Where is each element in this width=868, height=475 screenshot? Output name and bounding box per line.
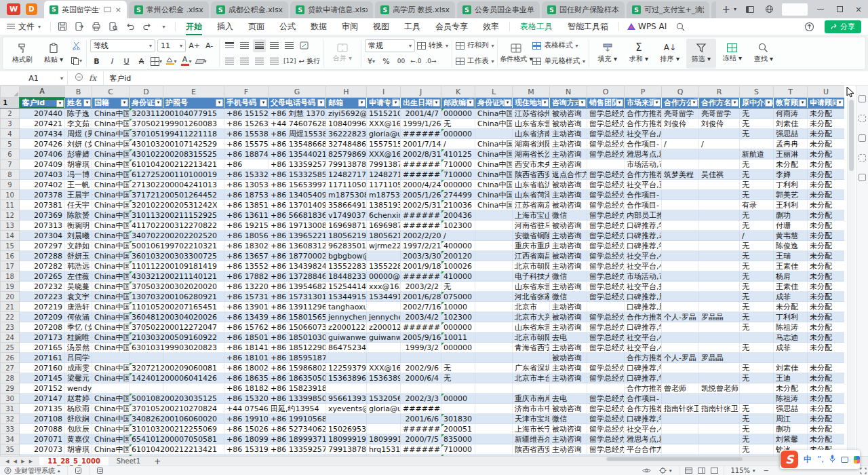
sidebar-tool-icon[interactable] — [859, 154, 866, 162]
cell-U14[interactable]: 未分配 — [808, 231, 845, 241]
cell-A30[interactable]: 207147 — [20, 394, 65, 404]
cell-H14[interactable]: 180562195 — [326, 231, 367, 241]
selection-target-icon[interactable]: ▾ — [655, 467, 676, 474]
cell-H11[interactable]: 358664913 — [326, 200, 367, 210]
name-box[interactable]: A1 ▾ — [0, 71, 68, 86]
header-cell-B1[interactable]: 姓名▾ — [65, 98, 92, 109]
cell-H34[interactable]: 180999191 — [326, 434, 367, 444]
cell-F27[interactable]: +86 18002510 — [224, 363, 269, 373]
cell-M7[interactable]: 西安市未央 — [513, 159, 550, 170]
align-right-icon[interactable] — [253, 55, 266, 68]
cell-R26[interactable]: 罗晶晶 — [699, 353, 740, 363]
cell-G15[interactable]: +86 1360831276 — [269, 241, 326, 251]
print-icon[interactable] — [87, 20, 104, 33]
cell-F18[interactable]: +86 17882007 — [224, 271, 269, 282]
cell-S32[interactable]: 无 — [740, 414, 774, 424]
header-cell-F1[interactable]: 手机号码▾ — [224, 98, 269, 109]
cell-P3[interactable]: 合作方推荐 — [625, 119, 662, 129]
cell-F24[interactable]: +86 18501030 — [224, 332, 269, 343]
cell-D2[interactable]: 320311200104077915 — [130, 109, 163, 119]
cell-J26[interactable] — [401, 353, 441, 363]
formula-helper-icon[interactable] — [75, 73, 83, 83]
row-header-18[interactable]: 18 — [1, 271, 20, 282]
cell-S27[interactable]: 无 — [740, 363, 774, 373]
filter-dropdown-icon[interactable]: ▾ — [799, 99, 806, 107]
cell-C5[interactable]: China中国 — [92, 139, 130, 149]
cell-F17[interactable]: +86 13552283 — [224, 261, 269, 271]
cell-H33[interactable]: 150269534 — [326, 424, 367, 434]
cell-O29[interactable] — [587, 383, 625, 394]
increase-decimal-button[interactable]: ←.0 — [410, 55, 422, 68]
header-cell-N1[interactable]: 咨询方式▾ — [550, 98, 587, 109]
row-header-20[interactable]: 20 — [1, 292, 20, 302]
cell-B30[interactable]: 赵君婷 (女) — [65, 394, 92, 404]
cell-G5[interactable]: +86 1354866895 — [269, 139, 326, 149]
cell-S12[interactable]: 无 — [740, 210, 774, 221]
cell-T23[interactable]: 陈祖涛 — [774, 322, 808, 332]
file-tab[interactable]: S成都公积金.xlsx — [211, 1, 288, 18]
cell-I33[interactable] — [367, 424, 401, 434]
column-header-H[interactable]: H — [326, 86, 367, 98]
cell-T22[interactable]: 丁利利 — [774, 312, 808, 322]
cell-F10[interactable]: +86 18753080 — [224, 190, 269, 200]
cell-K10[interactable]: 274499 — [441, 190, 475, 200]
cell-I10[interactable]: m1875308 — [367, 190, 401, 200]
cell-N14[interactable]: 主动咨询 — [550, 231, 587, 241]
cell-T24[interactable]: 马志迪 — [774, 332, 808, 343]
cell-S24[interactable] — [740, 332, 774, 343]
cell-I19[interactable]: xxx@163.c — [367, 282, 401, 292]
row-header-1[interactable]: 1 — [1, 98, 20, 109]
column-header-M[interactable]: M — [513, 86, 550, 98]
cell-C23[interactable]: China中国 — [92, 322, 130, 332]
decrease-decimal-button[interactable]: .0→ — [425, 55, 437, 68]
cell-S17[interactable]: 无 — [740, 261, 774, 271]
cell-L27[interactable] — [475, 363, 513, 373]
cell-T13[interactable]: 付珊 — [774, 221, 808, 231]
cell-L11[interactable]: China中国 — [475, 200, 513, 210]
filter-dropdown-icon[interactable]: ▾ — [56, 100, 64, 107]
cell-Q31[interactable]: 指南针张卫 — [662, 404, 699, 414]
cell-P4[interactable]: 社交平台,/ — [625, 129, 662, 139]
cell-G32[interactable]: +86 1991056883 — [269, 414, 326, 424]
cell-S28[interactable]: 无 — [740, 373, 774, 383]
cell-A21[interactable]: 207219 — [20, 302, 65, 312]
cell-C27[interactable]: China中国 — [92, 363, 130, 373]
cell-L9[interactable]: China中国 — [475, 180, 513, 190]
header-cell-S1[interactable]: 原中介机构▾ — [740, 98, 774, 109]
cell-P7[interactable]: 市场活动,市 — [625, 159, 662, 170]
row-header-29[interactable]: 29 — [1, 383, 20, 394]
cell-T8[interactable]: 李婵 — [774, 170, 808, 180]
cell-T12[interactable]: 蒯功 — [774, 210, 808, 221]
cell-N22[interactable]: 被动咨询 — [550, 312, 587, 322]
quickbar-chevron-icon[interactable]: ▾ — [155, 20, 172, 33]
cell-H29[interactable] — [326, 383, 367, 394]
row-header-35[interactable]: 35 — [1, 444, 20, 455]
column-header-R[interactable]: R — [699, 86, 740, 98]
cell-R30[interactable] — [699, 394, 740, 404]
cell-J13[interactable]: ######## — [401, 221, 441, 231]
cell-N7[interactable]: 主动咨询 — [550, 159, 587, 170]
docer-icon[interactable]: D — [26, 3, 37, 15]
cell-O18[interactable]: 留学总经办 — [587, 271, 625, 282]
cell-H13[interactable]: 169698712 — [326, 221, 367, 231]
cell-M3[interactable]: 山东省东营 — [513, 119, 550, 129]
cell-A8[interactable]: 207403 — [20, 170, 65, 180]
cell-F5[interactable]: +86 15575158 — [224, 139, 269, 149]
cell-K17[interactable]: 100026 — [441, 261, 475, 271]
page-break-view-icon[interactable] — [711, 468, 718, 474]
cell-K24[interactable]: 10011 — [441, 332, 475, 343]
cell-Q8[interactable]: 筑梦美程 — [662, 170, 699, 180]
account-area[interactable] — [782, 3, 808, 16]
cell-U17[interactable]: 未分配 — [808, 261, 845, 271]
row-header-24[interactable]: 24 — [1, 332, 20, 343]
cell-D26[interactable] — [130, 353, 163, 363]
fullscreen-icon[interactable] — [860, 467, 867, 474]
cell-I4[interactable]: gloria@uk — [367, 129, 401, 139]
cell-U23[interactable]: 未分配 — [808, 322, 845, 332]
row-header-7[interactable]: 7 — [1, 159, 20, 170]
cell-H9[interactable]: 117110505 — [326, 180, 367, 190]
cell-N27[interactable]: 主动咨询 — [550, 363, 587, 373]
cell-L28[interactable] — [475, 373, 513, 383]
cell-C3[interactable]: China中国 — [92, 119, 130, 129]
cell-M5[interactable]: 湖南省浏阳 — [513, 139, 550, 149]
